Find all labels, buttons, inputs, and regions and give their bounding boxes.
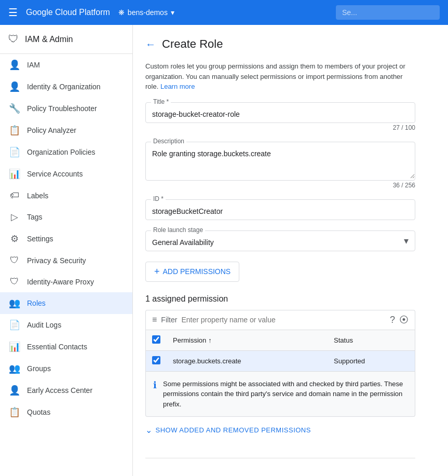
policy-analyzer-icon: 📋 [8, 125, 21, 136]
sidebar-item-policy-troubleshooter[interactable]: 🔧 Policy Troubleshooter [0, 98, 132, 119]
sidebar-item-label: Groups [27, 364, 51, 373]
sidebar-item-label: Settings [27, 235, 53, 243]
sidebar-item-audit-logs[interactable]: 📄 Audit Logs [0, 314, 132, 336]
add-permissions-button[interactable]: + ADD PERMISSIONS [145, 262, 239, 282]
sidebar-item-service-accounts[interactable]: 📊 Service Accounts [0, 163, 132, 185]
privacy-security-icon: 🛡 [8, 255, 21, 266]
info-icon: ℹ [153, 379, 157, 391]
description-textarea[interactable]: Role granting storage.buckets.create [146, 142, 415, 179]
sidebar-item-label: Audit Logs [27, 321, 61, 329]
app-layout: 🛡 IAM & Admin 👤 IAM 👤 Identity & Organiz… [0, 25, 448, 476]
sidebar-item-label: Tags [27, 213, 43, 221]
divider [145, 458, 415, 458]
select-all-checkbox[interactable] [152, 335, 160, 344]
row-checkbox-cell [146, 350, 167, 371]
row-checkbox[interactable] [152, 356, 160, 364]
policy-troubleshooter-icon: 🔧 [8, 103, 21, 114]
labels-icon: 🏷 [8, 190, 21, 201]
sidebar-item-identity-aware-proxy[interactable]: 🛡 Identity-Aware Proxy [0, 271, 132, 292]
title-input[interactable] [146, 103, 415, 123]
app-logo: Google Cloud Platform [26, 8, 110, 17]
project-name: bens-demos [128, 8, 168, 17]
sidebar-item-label: Labels [27, 192, 48, 200]
status-header: Status [328, 330, 415, 350]
org-policies-icon: 📄 [8, 146, 21, 158]
sidebar-item-label: IAM [27, 61, 40, 69]
chevron-expand-icon: ⌄ [145, 425, 153, 435]
action-buttons: CREATE CANCEL [145, 469, 415, 476]
role-launch-wrapper: Role launch stage General Availability A… [145, 230, 415, 251]
create-role-form: Title * 27 / 100 Description Role granti… [145, 102, 415, 251]
sidebar-item-groups[interactable]: 👥 Groups [0, 358, 132, 379]
learn-more-link[interactable]: Learn more [160, 83, 195, 90]
page-title: Create Role [162, 37, 223, 51]
project-chevron-icon: ▾ [171, 8, 174, 17]
sidebar-item-label: Quotas [27, 408, 50, 416]
info-text: Some permissions might be associated wit… [163, 379, 408, 410]
quotas-icon: 📋 [8, 406, 21, 418]
identity-org-icon: 👤 [8, 81, 21, 92]
title-input-wrapper: Title * [145, 102, 415, 123]
sidebar-item-roles[interactable]: 👥 Roles [0, 292, 132, 314]
plus-icon: + [154, 266, 160, 277]
sidebar-item-early-access[interactable]: 👤 Early Access Center [0, 379, 132, 401]
sidebar-item-label: Service Accounts [27, 170, 83, 178]
show-added-removed-button[interactable]: ⌄ SHOW ADDED AND REMOVED PERMISSIONS [145, 425, 311, 435]
filter-label: Filter [161, 316, 177, 324]
topbar: ☰ Google Cloud Platform ❋ bens-demos ▾ [0, 0, 448, 25]
identity-proxy-icon: 🛡 [8, 276, 21, 287]
sidebar-item-policy-analyzer[interactable]: 📋 Policy Analyzer [0, 119, 132, 141]
sidebar-item-quotas[interactable]: 📋 Quotas [0, 401, 132, 423]
iam-icon: 👤 [8, 59, 21, 71]
description-label: Description [151, 138, 186, 145]
roles-icon: 👥 [8, 297, 21, 309]
help-icon[interactable]: ? [390, 315, 395, 325]
early-access-icon: 👤 [8, 385, 21, 396]
role-launch-field: Role launch stage General Availability A… [145, 230, 415, 251]
sidebar-item-tags[interactable]: ▷ Tags [0, 206, 132, 228]
id-label: ID * [151, 195, 166, 202]
description-input-wrapper: Description Role granting storage.bucket… [145, 142, 415, 181]
shield-icon: 🛡 [8, 33, 19, 45]
intro-paragraph: Custom roles let you group permissions a… [145, 61, 415, 92]
sidebar-item-essential-contacts[interactable]: 📊 Essential Contacts [0, 336, 132, 358]
columns-icon[interactable]: ⦿ [399, 315, 409, 325]
role-launch-label: Role launch stage [151, 226, 205, 234]
sidebar-item-label: Essential Contacts [27, 343, 87, 351]
project-selector[interactable]: ❋ bens-demos ▾ [118, 8, 174, 17]
sidebar-item-settings[interactable]: ⚙ Settings [0, 228, 132, 250]
back-button[interactable]: ← [145, 38, 156, 50]
audit-logs-icon: 📄 [8, 319, 21, 331]
project-dot-icon: ❋ [118, 8, 125, 17]
id-input-wrapper: ID * [145, 199, 415, 220]
main-content: ← Create Role Custom roles let you group… [133, 25, 448, 476]
hamburger-icon[interactable]: ☰ [8, 6, 18, 19]
title-label: Title * [151, 98, 171, 105]
id-input[interactable] [146, 200, 415, 220]
filter-input[interactable] [181, 316, 386, 324]
sidebar-header: 🛡 IAM & Admin [0, 25, 132, 54]
permissions-table: Permission ↑ Status storage.buckets.crea… [145, 330, 415, 372]
table-row: storage.buckets.create Supported [146, 350, 415, 371]
permission-header: Permission ↑ [167, 330, 328, 350]
sidebar-item-privacy-security[interactable]: 🛡 Privacy & Security [0, 250, 132, 271]
sidebar-item-org-policies[interactable]: 📄 Organization Policies [0, 141, 132, 163]
role-launch-select[interactable]: General Availability Alpha Beta Disabled [146, 231, 415, 251]
service-accounts-icon: 📊 [8, 168, 21, 180]
sidebar-item-label: Identity-Aware Proxy [27, 278, 94, 286]
sidebar-item-identity-org[interactable]: 👤 Identity & Organization [0, 76, 132, 98]
permissions-title: 1 assigned permission [145, 294, 415, 304]
filter-bar: ≡ Filter ? ⦿ [145, 310, 415, 330]
sidebar-item-label: Policy Troubleshooter [27, 104, 97, 113]
settings-icon: ⚙ [8, 233, 21, 244]
essential-contacts-icon: 📊 [8, 341, 21, 352]
search-input[interactable] [336, 5, 440, 20]
page-header: ← Create Role [145, 37, 436, 51]
permission-sort-button[interactable]: Permission ↑ [173, 336, 212, 344]
sidebar-item-label: Early Access Center [27, 386, 92, 395]
sidebar-item-iam[interactable]: 👤 IAM [0, 54, 132, 76]
sidebar-item-label: Identity & Organization [27, 83, 101, 91]
sidebar-item-labels[interactable]: 🏷 Labels [0, 185, 132, 206]
sort-arrow-icon: ↑ [208, 336, 212, 344]
checkbox-header [146, 330, 167, 350]
